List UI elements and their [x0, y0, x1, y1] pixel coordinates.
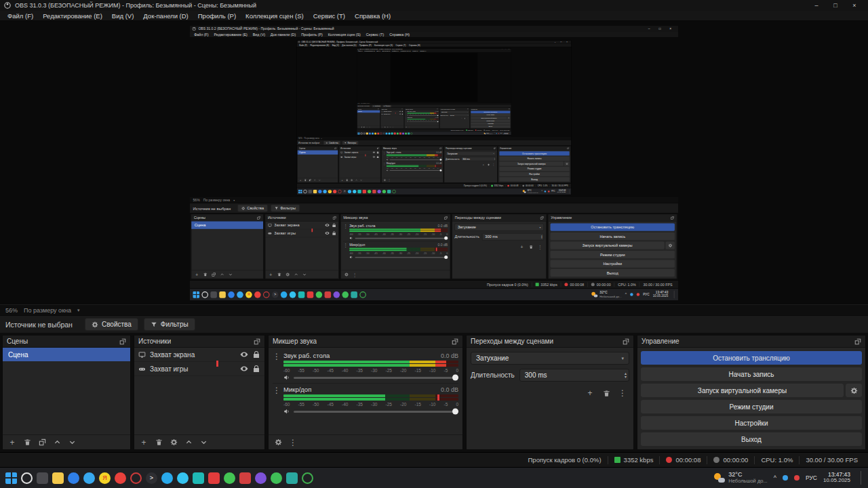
mixer-menu-button[interactable]: ⋮	[387, 178, 391, 182]
youtube-icon[interactable]	[363, 190, 366, 193]
maximize-button[interactable]: □	[654, 26, 665, 32]
opera-icon[interactable]	[130, 472, 142, 484]
controls-header[interactable]: Управление	[549, 214, 677, 221]
properties-button[interactable]: Свойства	[323, 141, 340, 145]
chevron-down-icon[interactable]: ▾	[321, 138, 322, 140]
mixer-header[interactable]: Микшер звука	[341, 214, 450, 221]
chrome-icon[interactable]	[392, 190, 395, 193]
add-scene-button[interactable]: +	[193, 271, 201, 278]
whatsapp-icon[interactable]	[368, 190, 371, 193]
app-icon[interactable]	[298, 291, 305, 298]
transitions-header[interactable]: Переходы между сценами	[467, 336, 633, 348]
app-icon[interactable]	[286, 472, 298, 484]
exit-button[interactable]: Выход	[641, 432, 862, 446]
volume-slider[interactable]	[355, 237, 448, 239]
speaker-icon[interactable]	[283, 408, 290, 415]
filters-button[interactable]: Фильтры	[382, 105, 391, 107]
youtube-icon[interactable]	[307, 291, 314, 298]
volume-slider[interactable]	[390, 159, 442, 160]
visibility-eye-icon[interactable]	[325, 223, 330, 228]
properties-button[interactable]: Свойства	[372, 105, 381, 107]
chrome-icon[interactable]	[410, 132, 412, 134]
weather-widget[interactable]: 32°C Небольшой до...	[523, 190, 540, 193]
screen-capture[interactable]: OBS 31.0.2 (БЕЗОПАСНЫЙ РЕЖИМ) - Профиль:…	[297, 40, 572, 195]
dock-popout-icon[interactable]	[467, 108, 469, 110]
add-source-button[interactable]: +	[267, 271, 275, 278]
search-icon[interactable]	[201, 291, 208, 298]
tray-overflow-chevron-icon[interactable]: ^	[541, 190, 542, 192]
volume-slider-handle[interactable]	[440, 159, 442, 161]
dock-popout-icon[interactable]	[540, 216, 544, 220]
remove-transition-button[interactable]	[486, 163, 490, 167]
file-explorer-icon[interactable]	[366, 132, 368, 134]
app-icon[interactable]	[377, 190, 380, 193]
menu-view[interactable]: Вид (V)	[330, 44, 340, 46]
screen-capture[interactable]: OBS 31.0.2 (БЕЗОПАСНЫЙ РЕЖИМ) - Профиль:…	[190, 26, 678, 300]
scene-list-item[interactable]: Сцена	[357, 110, 380, 113]
terminal-icon[interactable]: >	[272, 291, 279, 298]
source-properties-button[interactable]	[283, 271, 291, 278]
tray-app-icon[interactable]	[783, 475, 788, 481]
mixer-menu-button[interactable]: ⋮	[286, 436, 300, 449]
move-scene-down-button[interactable]	[317, 178, 321, 182]
remove-transition-button[interactable]	[527, 243, 534, 250]
visibility-eye-icon[interactable]	[373, 156, 376, 159]
file-explorer-icon[interactable]	[219, 291, 226, 298]
add-transition-button[interactable]: +	[460, 117, 463, 119]
browser-icon[interactable]	[228, 291, 235, 298]
start-button-icon[interactable]	[193, 291, 200, 298]
speaker-icon[interactable]	[283, 374, 290, 381]
browser-icon[interactable]	[318, 190, 321, 193]
virtual-camera-config-button[interactable]	[507, 117, 510, 119]
move-scene-down-button[interactable]	[65, 436, 79, 449]
speaker-icon[interactable]	[349, 256, 353, 260]
search-icon[interactable]	[361, 132, 363, 134]
yandex-browser-icon[interactable]: Я	[245, 291, 252, 298]
preview-area[interactable]	[357, 52, 511, 102]
terminal-icon[interactable]: >	[343, 190, 347, 193]
clock-widget[interactable]: 13:47:43 10.05.2025	[503, 132, 508, 134]
move-source-down-button[interactable]	[300, 271, 308, 278]
move-scene-down-button[interactable]	[226, 271, 234, 278]
filters-button[interactable]: Фильтры	[144, 318, 195, 331]
studio-mode-button[interactable]: Режим студии	[500, 167, 570, 171]
lock-icon[interactable]	[332, 223, 336, 228]
channel-menu-icon[interactable]: ⋮	[383, 152, 386, 155]
channel-menu-icon[interactable]: ⋮	[343, 243, 348, 248]
tray-app-icon[interactable]	[496, 133, 496, 134]
dock-popout-icon[interactable]	[402, 108, 403, 110]
menu-view[interactable]: Вид (V)	[250, 33, 268, 37]
virtual-camera-button[interactable]: Запуск виртуальной камеры	[500, 161, 564, 165]
preview-area[interactable]: OBS 31.0.2 (БЕЗОПАСНЫЙ РЕЖИМ) - Профиль:…	[297, 47, 572, 136]
dock-popout-icon[interactable]	[567, 147, 569, 149]
app-icon[interactable]	[325, 291, 332, 298]
menu-tools[interactable]: Сервис (T)	[363, 33, 387, 37]
virtual-camera-button[interactable]: Запуск виртуальной камеры	[551, 241, 665, 249]
menu-tools[interactable]: Сервис (T)	[394, 44, 407, 46]
add-source-button[interactable]: +	[137, 436, 151, 449]
clock-widget[interactable]: 13:47:43 10.05.2025	[823, 472, 850, 484]
app-icon[interactable]	[177, 472, 189, 484]
menu-profile[interactable]: Профиль (P)	[358, 44, 373, 46]
source-row-display-capture[interactable]: Захват экрана	[134, 348, 264, 362]
menu-help[interactable]: Справка (H)	[408, 44, 422, 46]
yandex-browser-icon[interactable]: Я	[99, 472, 111, 484]
studio-mode-button[interactable]: Режим студии	[551, 251, 675, 258]
dock-popout-icon[interactable]	[437, 108, 439, 110]
menu-help[interactable]: Справка (H)	[387, 33, 412, 37]
volume-slider[interactable]	[390, 170, 442, 171]
youtube-icon[interactable]	[394, 132, 396, 134]
clock-widget[interactable]: 13:47:43 10.05.2025	[557, 190, 566, 194]
app-icon[interactable]	[408, 132, 410, 134]
tray-app-icon[interactable]	[545, 190, 547, 192]
studio-mode-button[interactable]: Режим студии	[471, 119, 510, 122]
menu-profile[interactable]: Профиль (P)	[298, 33, 326, 37]
start-button-icon[interactable]	[358, 132, 360, 134]
screen-capture[interactable]: OBS 31.0.2 (БЕЗОПАСНЫЙ РЕЖИМ) - Профиль:…	[357, 48, 511, 135]
move-source-down-button[interactable]	[197, 436, 210, 449]
start-recording-button[interactable]: Начать запись	[471, 114, 510, 117]
preview-area[interactable]: OBS 31.0.2 (БЕЗОПАСНЫЙ РЕЖИМ) - Профиль:…	[0, 21, 868, 304]
search-icon[interactable]	[21, 472, 33, 484]
dock-popout-icon[interactable]	[334, 147, 336, 149]
add-transition-button[interactable]: +	[518, 243, 526, 250]
